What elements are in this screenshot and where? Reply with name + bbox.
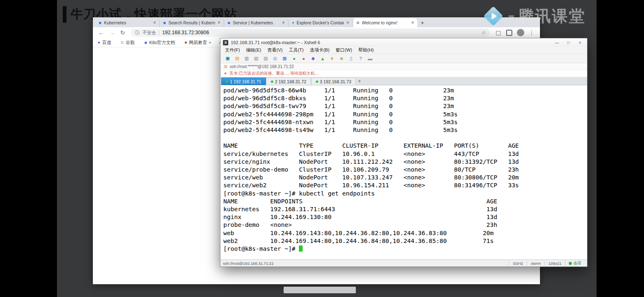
new-tab-button[interactable]: + xyxy=(417,18,427,27)
tab-title: Explore Docker's Container I... xyxy=(296,20,344,25)
status-item: xterm xyxy=(527,261,545,266)
menu-kebab-icon[interactable]: ⋮ xyxy=(527,29,537,36)
menu-item[interactable]: 文件(F) xyxy=(222,47,243,53)
help-icon[interactable]: ? xyxy=(357,55,365,62)
session-manager-icon[interactable]: ▥ xyxy=(243,55,251,62)
watermark: 腾讯课堂 xyxy=(482,5,586,27)
new-session-icon[interactable]: ▣ xyxy=(224,55,232,62)
connect-icon[interactable]: ● xyxy=(290,55,298,62)
bookmark-item[interactable]: ◆ K8s官方文档 xyxy=(144,40,177,46)
lock-icon[interactable]: ◈ xyxy=(338,55,346,62)
xshell-toolbar: ▣▤▥▧▨◎▦●●◆▲▼◈▯?▬ xyxy=(220,54,587,63)
session-status-dot xyxy=(271,80,273,83)
url-text: 192.168.31.72:30806 xyxy=(162,30,478,35)
tab-close-icon[interactable]: × xyxy=(218,20,220,26)
menu-item[interactable]: 工具(T) xyxy=(286,47,306,53)
xshell-session-tabs: 1 192.168.31.71 2 192.168.31.72 3 192.16… xyxy=(220,77,587,85)
bookmark-favicon: ● xyxy=(98,40,100,45)
paste-icon[interactable]: ▨ xyxy=(262,55,270,62)
extensions-icon[interactable] xyxy=(506,30,512,36)
browser-tab[interactable]: ⊕ Welcome to nginx! × xyxy=(353,18,417,27)
menu-item[interactable]: 查看(V) xyxy=(265,47,286,53)
menu-item[interactable]: 帮助(H) xyxy=(355,47,376,53)
session-count: 会话 xyxy=(565,261,585,266)
tab-close-icon[interactable]: × xyxy=(411,20,414,26)
notice-flag-icon: ▼ xyxy=(224,72,227,75)
session-url: ssh://root:******@192.168.31.71:22 xyxy=(230,64,294,69)
xshell-status-bar: ssh://root@192.168.31.71:22 SSH2xterm108… xyxy=(220,259,587,266)
session-tab-label: 2 192.168.31.72 xyxy=(275,79,306,84)
tencent-classroom-logo xyxy=(482,5,504,27)
upload-icon[interactable]: ▲ xyxy=(319,55,327,62)
status-item: SSH2 xyxy=(509,261,527,266)
tab-favicon-icon: ◆ xyxy=(227,21,230,25)
bookmark-favicon: ◆ xyxy=(144,40,147,45)
find-icon[interactable]: ◎ xyxy=(271,55,279,62)
bookmark-favicon: ■ xyxy=(185,40,187,45)
terminal-output: pod/web-96d5df5c8-66w4b 1/1 Running 0 23… xyxy=(223,87,519,244)
session-count-label: 会话 xyxy=(573,261,581,266)
minimize-button[interactable]: — xyxy=(552,40,561,45)
session-indicator-dot xyxy=(569,262,572,265)
split-icon[interactable]: ▯ xyxy=(347,55,355,62)
menu-item[interactable]: 编辑(E) xyxy=(243,47,264,53)
xshell-menu-bar: 文件(F)编辑(E)查看(V)工具(T)选项卡(B)窗口(W)帮助(H) xyxy=(220,47,587,54)
xshell-address-bar: ▤ ssh://root:******@192.168.31.71:22 xyxy=(220,63,587,70)
tab-close-icon[interactable]: × xyxy=(346,20,349,26)
close-button[interactable]: × xyxy=(575,40,585,45)
browser-tab[interactable]: ◆ Kubernetes × xyxy=(95,18,160,27)
copy-icon[interactable]: ▧ xyxy=(252,55,260,62)
session-tab[interactable]: 1 192.168.31.71 xyxy=(221,78,266,85)
open-folder-icon[interactable]: ▤ xyxy=(233,55,241,62)
session-status-dot xyxy=(316,80,318,83)
chat-icon[interactable]: ▬ xyxy=(366,55,374,62)
browser-tab[interactable]: ● Explore Docker's Container I... × xyxy=(289,18,353,27)
terminal-cursor xyxy=(299,245,303,252)
profile-avatar[interactable] xyxy=(517,29,524,36)
address-divider xyxy=(159,30,159,35)
bookmark-item[interactable]: ■ 网易教育 ▾ xyxy=(185,40,211,46)
xshell-window: X 192.168.31.71 root@k8s-master:~ - Xshe… xyxy=(220,38,587,267)
tab-title: Service | Kubernetes xyxy=(233,20,279,25)
menu-item[interactable]: 选项卡(B) xyxy=(307,47,332,53)
side-panel-icon[interactable]: ▢ xyxy=(493,29,503,36)
browser-tab[interactable]: ◆ Search Results | Kubernetes × xyxy=(160,18,224,27)
session-tab-label: 3 192.168.31.73 xyxy=(320,79,351,84)
properties-icon[interactable]: ◆ xyxy=(309,55,317,62)
session-folder-icon: ▤ xyxy=(224,64,227,68)
tab-favicon-icon: ◆ xyxy=(99,21,102,25)
bookmark-label: K8s官方文档 xyxy=(149,40,175,46)
xshell-app-icon: X xyxy=(223,40,228,45)
tab-close-icon[interactable]: × xyxy=(282,20,285,26)
site-info-icon[interactable]: ⓘ xyxy=(135,30,140,36)
back-icon[interactable]: ← xyxy=(96,29,106,36)
maximize-button[interactable]: □ xyxy=(564,40,573,45)
bookmark-item[interactable]: ● 百度 xyxy=(98,40,113,46)
reload-icon[interactable]: ↻ xyxy=(118,29,128,36)
xshell-notice-bar: ▼ 丢失:已与该会话的连接。重连..., 等待远程主机... xyxy=(220,70,587,77)
terminal[interactable]: pod/web-96d5df5c8-66w4b 1/1 Running 0 23… xyxy=(220,85,587,259)
bookmark-label: 网易教育 xyxy=(189,40,207,46)
download-icon[interactable]: ▼ xyxy=(328,55,336,62)
tab-favicon-icon: ◆ xyxy=(163,21,166,25)
bookmark-favicon: G xyxy=(121,40,123,45)
grid-icon[interactable]: ▦ xyxy=(281,55,289,62)
session-tab[interactable]: 2 192.168.31.72 xyxy=(266,78,311,85)
menu-item[interactable]: 窗口(W) xyxy=(333,47,355,53)
disconnect-icon[interactable]: ● xyxy=(300,55,308,62)
status-connection: ssh://root@192.168.31.71:22 xyxy=(223,261,509,266)
bookmark-label: 谷歌 xyxy=(125,40,135,46)
tab-close-icon[interactable]: × xyxy=(153,20,156,26)
forward-icon[interactable]: → xyxy=(107,29,117,36)
new-session-tab-button[interactable]: + xyxy=(356,78,363,85)
bookmark-item[interactable]: G 谷歌 xyxy=(121,40,137,46)
bookmark-star-icon[interactable]: ☆ xyxy=(481,30,486,35)
bookmark-label: 百度 xyxy=(102,40,111,46)
browser-tab[interactable]: ◆ Service | Kubernetes × xyxy=(224,18,289,27)
tab-title: Welcome to nginx! xyxy=(362,20,409,25)
title-accent-bar xyxy=(63,6,66,23)
session-tab[interactable]: 3 192.168.31.73 xyxy=(311,78,356,85)
session-tab-label: 1 192.168.31.71 xyxy=(230,79,261,84)
xshell-title-bar: X 192.168.31.71 root@k8s-master:~ - Xshe… xyxy=(220,38,587,47)
address-bar[interactable]: ⓘ 不安全 192.168.31.72:30806 ☆ xyxy=(131,28,490,37)
